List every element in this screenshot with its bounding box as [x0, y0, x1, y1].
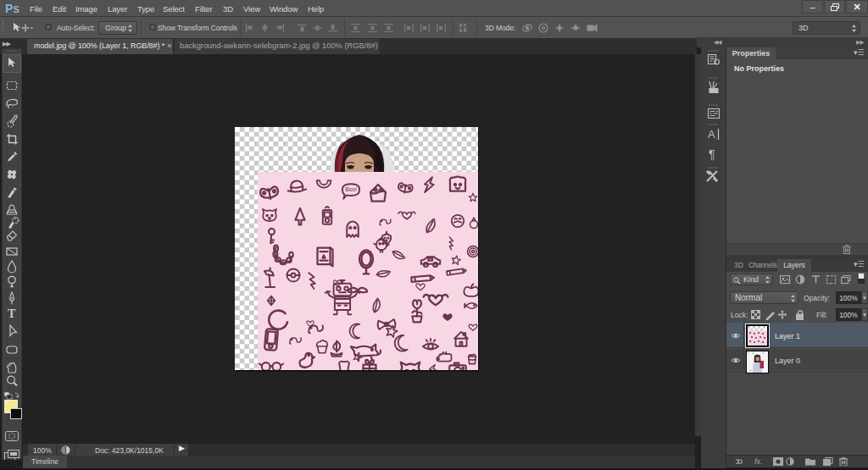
svg-text:¶: ¶: [709, 147, 715, 161]
svg-text:A: A: [708, 128, 715, 141]
svg-text:T: T: [8, 307, 16, 320]
svg-text:fx.: fx.: [754, 457, 763, 466]
